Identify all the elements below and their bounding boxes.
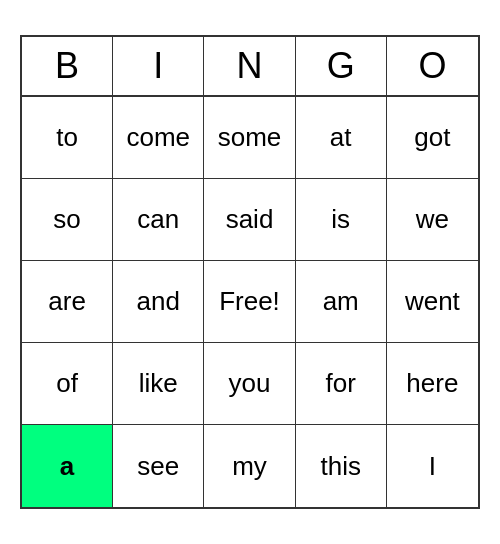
bingo-header: BINGO — [22, 37, 478, 97]
bingo-cell-9[interactable]: we — [387, 179, 478, 261]
bingo-cell-7[interactable]: said — [204, 179, 295, 261]
bingo-cell-4[interactable]: got — [387, 97, 478, 179]
bingo-cell-8[interactable]: is — [296, 179, 387, 261]
bingo-cell-3[interactable]: at — [296, 97, 387, 179]
bingo-cell-18[interactable]: for — [296, 343, 387, 425]
bingo-cell-24[interactable]: I — [387, 425, 478, 507]
header-letter-n: N — [204, 37, 295, 95]
bingo-cell-20[interactable]: a — [22, 425, 113, 507]
bingo-cell-22[interactable]: my — [204, 425, 295, 507]
bingo-cell-12[interactable]: Free! — [204, 261, 295, 343]
bingo-cell-1[interactable]: come — [113, 97, 204, 179]
bingo-cell-5[interactable]: so — [22, 179, 113, 261]
header-letter-b: B — [22, 37, 113, 95]
bingo-cell-16[interactable]: like — [113, 343, 204, 425]
bingo-cell-2[interactable]: some — [204, 97, 295, 179]
bingo-cell-13[interactable]: am — [296, 261, 387, 343]
bingo-body: tocomesomeatgotsocansaidisweareandFree!a… — [22, 97, 478, 507]
header-letter-i: I — [113, 37, 204, 95]
bingo-cell-0[interactable]: to — [22, 97, 113, 179]
bingo-cell-14[interactable]: went — [387, 261, 478, 343]
header-letter-g: G — [296, 37, 387, 95]
bingo-cell-23[interactable]: this — [296, 425, 387, 507]
bingo-cell-21[interactable]: see — [113, 425, 204, 507]
bingo-cell-17[interactable]: you — [204, 343, 295, 425]
bingo-cell-11[interactable]: and — [113, 261, 204, 343]
bingo-cell-15[interactable]: of — [22, 343, 113, 425]
bingo-cell-10[interactable]: are — [22, 261, 113, 343]
header-letter-o: O — [387, 37, 478, 95]
bingo-cell-19[interactable]: here — [387, 343, 478, 425]
bingo-cell-6[interactable]: can — [113, 179, 204, 261]
bingo-card: BINGO tocomesomeatgotsocansaidisweareand… — [20, 35, 480, 509]
